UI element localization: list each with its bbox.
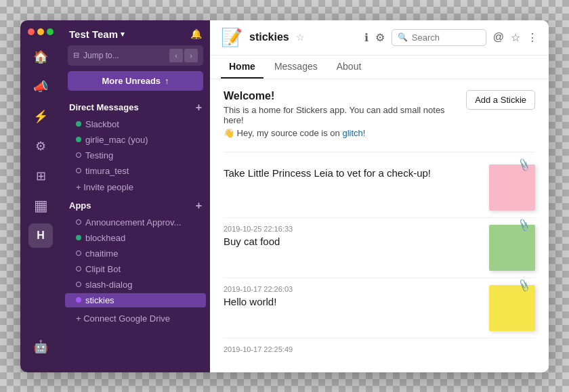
stickie-date: 2019-10-25 22:16:33	[224, 225, 481, 233]
add-app-button[interactable]: +	[196, 200, 202, 212]
sidebar-item-announcement[interactable]: Announcement Approv...	[65, 215, 206, 230]
more-unreads-button[interactable]: More Unreads ↑	[68, 71, 203, 91]
forward-button[interactable]: ›	[184, 49, 198, 62]
sidebar: Test Team ▾ 🔔 ⊟ Jump to... ‹ › More Unre…	[61, 20, 210, 372]
sidebar-item-label: Slackbot	[85, 119, 198, 129]
gear-icon[interactable]: ⚙	[28, 134, 53, 158]
more-icon[interactable]: ⋮	[527, 31, 538, 44]
apps-header: Apps +	[61, 196, 210, 215]
sidebar-item-label: timura_test	[85, 166, 198, 176]
sidebar-item-stickies[interactable]: stickies	[65, 293, 206, 307]
status-dot	[76, 168, 81, 173]
home-icon[interactable]: 🏠	[28, 45, 53, 69]
bookmark-icon[interactable]: ☆	[296, 32, 305, 43]
sidebar-item-testing[interactable]: Testing	[65, 148, 206, 162]
stickie-note-yellow[interactable]	[489, 285, 535, 331]
stickie-info: 2019-10-25 22:16:33 Buy cat food	[224, 225, 481, 247]
lightning-icon[interactable]: ⚡	[28, 104, 53, 129]
welcome-description: This is a home for Stickers app. You can…	[224, 105, 466, 125]
invite-people-button[interactable]: + Invite people	[65, 180, 206, 194]
sidebar-item-chaitime[interactable]: chaitime	[65, 246, 206, 261]
stickie-entry: 2019-10-25 22:16:33 Buy cat food	[224, 218, 535, 278]
sidebar-item-blockhead[interactable]: blockhead	[65, 231, 206, 245]
sidebar-item-label: Clipit Bot	[85, 264, 198, 274]
maximize-button[interactable]	[47, 28, 54, 35]
app-title: stickies	[249, 31, 289, 43]
team-name[interactable]: Test Team ▾	[69, 28, 125, 40]
add-stickie-button[interactable]: Add a Stickie	[466, 90, 535, 110]
settings-icon[interactable]: ⚙	[375, 31, 385, 44]
stickie-date: 2019-10-17 22:26:03	[224, 285, 481, 293]
status-dot	[76, 121, 81, 127]
direct-messages-header: Direct Messages +	[61, 97, 210, 116]
info-icon[interactable]: ℹ	[364, 31, 368, 44]
sidebar-item-label: slash-dialog	[85, 280, 198, 290]
status-dot	[76, 235, 81, 240]
jump-to-bar[interactable]: ⊟ Jump to... ‹ ›	[68, 45, 203, 66]
stickie-info: 2019-10-17 22:25:49	[224, 345, 535, 356]
icon-rail: 🏠 📣 ⚡ ⚙ ⊞ ▦ H 🤖	[20, 20, 61, 372]
sidebar-item-girlie-mac[interactable]: girlie_mac (you)	[65, 133, 206, 147]
sidebar-item-label: Testing	[85, 150, 198, 160]
sidebar-item-label: chaitime	[85, 248, 198, 259]
close-button[interactable]	[28, 28, 35, 35]
sidebar-item-slash-dialog[interactable]: slash-dialog	[65, 278, 206, 292]
h-icon[interactable]: H	[28, 223, 53, 248]
notification-bell-icon[interactable]: 🔔	[190, 28, 202, 39]
welcome-section: Welcome! This is a home for Stickers app…	[224, 90, 535, 141]
stickie-note-green[interactable]	[489, 225, 535, 271]
app-icon: 📝	[221, 27, 243, 48]
stickie-text: Buy cat food	[224, 236, 481, 247]
sidebar-item-timura-test[interactable]: timura_test	[65, 164, 206, 178]
welcome-subtext: 👋 Hey, my source code is on glitch!	[224, 128, 466, 138]
tab-about[interactable]: About	[329, 56, 370, 79]
app-window: 🏠 📣 ⚡ ⚙ ⊞ ▦ H 🤖 Test Team ▾ 🔔 ⊟ Jump to.…	[20, 20, 549, 372]
sidebar-item-label: blockhead	[85, 233, 198, 243]
status-dot	[76, 251, 81, 256]
stickie-info: 2019-10-17 22:26:03 Hello world!	[224, 285, 481, 307]
main-header: 📝 stickies ☆ ℹ ⚙ 🔍 @ ☆ ⋮	[210, 20, 549, 56]
status-dot	[76, 282, 81, 287]
at-icon[interactable]: @	[493, 31, 504, 43]
stickie-entry: 2019-10-17 22:26:03 Hello world!	[224, 278, 535, 339]
minimize-button[interactable]	[37, 28, 44, 35]
jump-to-label: Jump to...	[83, 51, 165, 60]
add-dm-button[interactable]: +	[196, 102, 202, 114]
stickie-date: 2019-10-17 22:25:49	[224, 345, 535, 353]
back-button[interactable]: ‹	[169, 49, 183, 62]
status-dot	[76, 152, 81, 158]
tab-messages[interactable]: Messages	[266, 56, 326, 79]
sidebar-item-label: stickies	[85, 295, 198, 305]
grid-icon[interactable]: ▦	[28, 194, 53, 218]
jump-icon: ⊟	[73, 51, 79, 60]
traffic-lights	[28, 28, 54, 35]
connect-google-drive-button[interactable]: + Connect Google Drive	[65, 309, 206, 328]
stickie-info: Take Little Princess Leia to vet for a c…	[224, 165, 481, 179]
nav-buttons: ‹ ›	[169, 49, 198, 62]
plus-grid-icon[interactable]: ⊞	[28, 164, 53, 188]
sidebar-item-label: girlie_mac (you)	[85, 135, 198, 145]
divider	[224, 152, 535, 152]
header-actions: ℹ ⚙ 🔍 @ ☆ ⋮	[364, 29, 538, 46]
stickie-text: Take Little Princess Leia to vet for a c…	[224, 167, 481, 179]
status-dot	[76, 137, 81, 142]
search-input[interactable]	[412, 32, 480, 43]
robot-icon[interactable]: 🤖	[28, 334, 53, 359]
stickie-entry: 2019-10-17 22:25:49	[224, 339, 535, 363]
star-icon[interactable]: ☆	[511, 31, 520, 44]
stickie-text: Hello world!	[224, 296, 481, 307]
tab-bar: Home Messages About	[210, 56, 549, 79]
welcome-heading: Welcome!	[224, 90, 466, 102]
main-content: 📝 stickies ☆ ℹ ⚙ 🔍 @ ☆ ⋮ Home Messages A…	[210, 20, 549, 372]
sidebar-item-clipit-bot[interactable]: Clipit Bot	[65, 262, 206, 276]
welcome-text: Welcome! This is a home for Stickers app…	[224, 90, 466, 141]
stickie-entry: Take Little Princess Leia to vet for a c…	[224, 158, 535, 218]
glitch-link[interactable]: glitch!	[342, 128, 365, 138]
search-bar[interactable]: 🔍	[392, 29, 486, 46]
sidebar-item-slackbot[interactable]: Slackbot	[65, 117, 206, 131]
status-dot	[76, 266, 81, 271]
megaphone-icon[interactable]: 📣	[28, 74, 53, 99]
search-icon: 🔍	[398, 32, 408, 42]
tab-home[interactable]: Home	[221, 56, 264, 79]
stickie-note-pink[interactable]	[489, 165, 535, 211]
